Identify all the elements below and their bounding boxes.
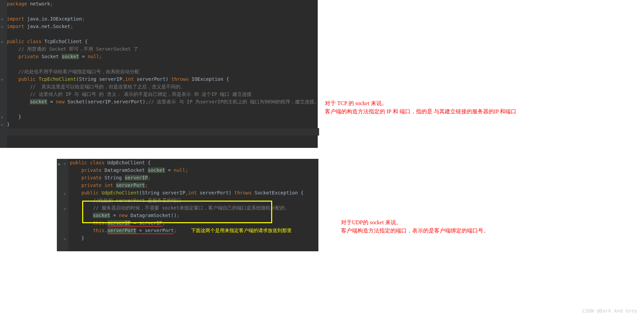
code-token: public bbox=[18, 76, 39, 82]
editor-gutter: ⊖ ⊖ ⊖ ⊖ ⊖ ⊖ bbox=[0, 0, 7, 148]
code-token: // 这里表示 与 IP 为serverIP的主机上的 端口为9090的程序，建… bbox=[148, 99, 319, 104]
code-token: UdpEchoClient bbox=[108, 160, 148, 165]
code-token: ; bbox=[174, 228, 176, 233]
code-token: // 其实这里是可以给定端口号的，但是这里给了之后，含义是不同的。 bbox=[30, 84, 185, 89]
fold-icon[interactable]: ⊖ bbox=[1, 114, 3, 121]
code-line[interactable]: import java.net.Socket; bbox=[7, 23, 319, 30]
code-token: serverPort) bbox=[114, 99, 146, 104]
fold-icon[interactable]: ⊖ bbox=[1, 76, 3, 84]
code-token: public class bbox=[70, 160, 108, 165]
code-token: = bbox=[47, 99, 56, 104]
code-token: = serverPort bbox=[136, 228, 174, 234]
code-line[interactable]: } bbox=[7, 113, 319, 121]
code-token: ; bbox=[148, 175, 151, 180]
code-line[interactable]: private int serverPort; bbox=[70, 181, 304, 189]
code-line[interactable]: // 这里传入的 IP 与 端口号 的 含义： 表示的不是自己绑定，而是表示 和… bbox=[7, 90, 319, 98]
code-token: private bbox=[81, 167, 104, 173]
code-token: , bbox=[111, 99, 113, 104]
code-token: null bbox=[88, 54, 99, 59]
code-token: public bbox=[81, 190, 102, 195]
code-line[interactable] bbox=[7, 105, 319, 113]
annotation-line: 对于 TCP 的 socket 来说。 bbox=[325, 99, 516, 107]
code-area-tcp[interactable]: package network;import java.io.IOExcepti… bbox=[7, 0, 319, 136]
fold-icon[interactable]: ⊖ bbox=[1, 23, 3, 31]
code-token: public class bbox=[7, 39, 45, 44]
code-token: // 这里传入的 IP 与 端口号 的 含义： 表示的不是自己绑定，而是表示 和… bbox=[30, 91, 251, 97]
code-token: UdpEchoClient bbox=[102, 190, 139, 195]
code-token: ; bbox=[99, 54, 102, 59]
editor-gutter: ▶ ⊖ ⊖ ⊖ ⊖ bbox=[57, 159, 68, 251]
code-token: Socket bbox=[41, 54, 62, 59]
code-token: ; bbox=[82, 16, 85, 22]
code-token: null bbox=[174, 167, 185, 173]
code-line[interactable]: private DatagramSocket socket = null; bbox=[70, 166, 304, 174]
code-token: , bbox=[122, 76, 125, 82]
code-token: import bbox=[7, 16, 27, 22]
code-line[interactable]: public UdpEchoClient(String serverIP,int… bbox=[70, 189, 304, 196]
code-token: private bbox=[18, 54, 41, 59]
code-token: network bbox=[30, 1, 50, 7]
fold-icon[interactable]: ⊖ bbox=[64, 205, 66, 213]
annotation-line: 客户端构造方法指定的端口，表示的是客户端绑定的端口号。 bbox=[341, 227, 489, 235]
code-token: new bbox=[56, 99, 67, 104]
fold-icon[interactable]: ⊖ bbox=[1, 121, 3, 129]
code-line[interactable]: } bbox=[7, 121, 319, 128]
code-line[interactable]: // 其实这里是可以给定端口号的，但是这里给了之后，含义是不同的。 bbox=[7, 83, 319, 90]
code-token: serverPort bbox=[108, 228, 136, 234]
fold-icon[interactable]: ⊖ bbox=[1, 38, 3, 46]
code-token: = bbox=[165, 167, 174, 173]
code-token: this bbox=[93, 228, 104, 233]
code-line[interactable]: // 用普通的 Socket 即可，不用 ServerSocket 了 bbox=[7, 45, 319, 53]
code-token: IOException { bbox=[192, 76, 229, 82]
code-token: DatagramSocket bbox=[104, 167, 148, 173]
code-token: 下面这两个是用来指定客户端的请求放送到那里 bbox=[191, 228, 292, 233]
code-line[interactable]: private Socket socket = null; bbox=[7, 53, 319, 60]
code-editor-tcp[interactable]: ⊖ ⊖ ⊖ ⊖ ⊖ ⊖ package network;import java.… bbox=[0, 0, 318, 148]
fold-icon[interactable]: ⊖ bbox=[64, 160, 66, 168]
code-line[interactable]: private String serverIP; bbox=[70, 174, 304, 181]
code-token: package bbox=[7, 1, 30, 7]
watermark: CSDN @Dark And Grey bbox=[582, 308, 637, 314]
fold-icon[interactable]: ⊖ bbox=[1, 16, 3, 23]
code-token: ; bbox=[70, 24, 73, 29]
code-token: } bbox=[81, 235, 84, 241]
code-token: ; bbox=[146, 99, 148, 104]
fold-icon[interactable]: ⊖ bbox=[64, 190, 66, 198]
code-token: } bbox=[18, 114, 21, 119]
code-line[interactable] bbox=[7, 60, 319, 68]
code-token: String bbox=[104, 175, 125, 180]
code-token: serverPort) bbox=[200, 190, 234, 195]
code-line[interactable]: public TcpEchoClient(String serverIP,int… bbox=[7, 75, 319, 83]
code-line[interactable] bbox=[7, 30, 319, 38]
code-line[interactable] bbox=[7, 128, 319, 136]
code-line[interactable]: socket = new Socket(serverIP,serverPort)… bbox=[7, 98, 319, 105]
code-token: ; bbox=[50, 1, 53, 7]
annotation-tcp: 对于 TCP 的 socket 来说。 客户端的构造方法指定的 IP 和 端口，… bbox=[325, 99, 516, 116]
highlight-box bbox=[82, 201, 272, 223]
code-area-udp[interactable]: public class UdpEchoClient { private Dat… bbox=[70, 159, 304, 242]
code-line[interactable]: this.serverPort = serverPort; 下面这两个是用来指定… bbox=[70, 227, 304, 234]
code-line[interactable]: } bbox=[70, 234, 304, 242]
code-line[interactable]: public class UdpEchoClient { bbox=[70, 159, 304, 166]
code-line[interactable]: //此处也不用手动给客户端指定端口号，由系统自动分配 bbox=[7, 68, 319, 75]
code-line[interactable]: package network; bbox=[7, 0, 319, 8]
code-token: java.io.IOException bbox=[27, 16, 82, 22]
code-token: TcpEchoClient bbox=[39, 76, 76, 82]
code-line[interactable]: import java.io.IOException; bbox=[7, 15, 319, 23]
code-token: (String serverIP bbox=[139, 190, 185, 195]
run-icon[interactable]: ▶ bbox=[58, 160, 61, 168]
code-line[interactable] bbox=[7, 8, 319, 15]
code-token: //此处也不用手动给客户端指定端口号，由系统自动分配 bbox=[18, 69, 139, 74]
code-token: { bbox=[148, 160, 151, 165]
code-token: // 用普通的 Socket 即可，不用 ServerSocket 了 bbox=[18, 46, 139, 52]
code-token: throws bbox=[234, 190, 254, 195]
code-token: throws bbox=[171, 76, 191, 82]
code-token: socket bbox=[148, 167, 165, 173]
code-token: ; bbox=[185, 167, 188, 173]
code-line[interactable]: public class TcpEchoClient { bbox=[7, 38, 319, 45]
code-token: socket bbox=[62, 54, 79, 59]
fold-icon[interactable]: ⊖ bbox=[64, 236, 66, 243]
annotation-line: 客户端的构造方法指定的 IP 和 端口，指的是 与其建立链接的服务器的IP 和端… bbox=[325, 107, 516, 116]
code-editor-udp[interactable]: ▶ ⊖ ⊖ ⊖ ⊖ public class UdpEchoClient { p… bbox=[57, 159, 318, 251]
code-token: java.net.Socket bbox=[27, 24, 70, 29]
